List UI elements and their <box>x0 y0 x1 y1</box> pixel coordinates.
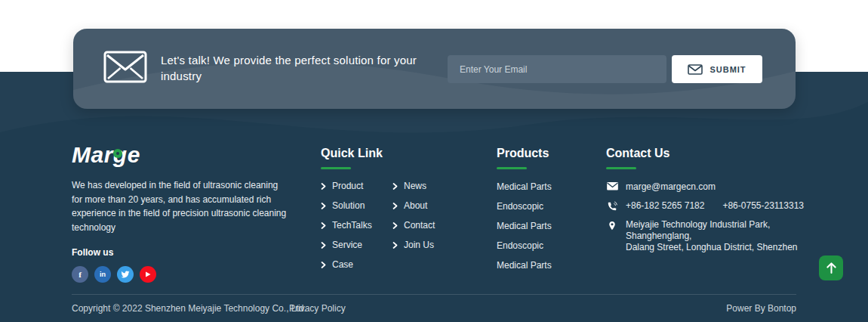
page: Let's talk! We provide the perfect solut… <box>0 0 868 322</box>
contact-title: Contact Us <box>606 147 804 160</box>
arrow-up-icon <box>826 262 837 274</box>
link-product[interactable]: Product <box>321 181 392 191</box>
chevron-right-icon <box>321 183 326 190</box>
contact-phone-row: +86-182 5265 7182 +86-0755-23113313 <box>606 200 804 212</box>
contact-phone-2[interactable]: +86-0755-23113313 <box>722 200 804 212</box>
submit-label: SUBMIT <box>709 65 746 74</box>
follow-us-label: Follow us <box>72 247 298 258</box>
brand-logo: Marge <box>72 142 140 168</box>
link-case[interactable]: Case <box>321 260 392 270</box>
twitter-icon[interactable] <box>117 266 134 283</box>
newsletter-banner: Let's talk! We provide the perfect solut… <box>73 29 796 109</box>
logo-green-dot <box>113 149 122 158</box>
submit-envelope-icon <box>688 64 703 75</box>
quick-link-underline <box>321 167 351 169</box>
email-input[interactable] <box>448 55 666 83</box>
envelope-icon <box>103 51 147 83</box>
chevron-right-icon <box>392 203 398 209</box>
contact-underline <box>606 167 636 169</box>
quick-link-title: Quick Link <box>321 147 487 160</box>
link-news[interactable]: News <box>392 181 487 191</box>
power-by-text[interactable]: Power By Bontop <box>726 303 796 314</box>
link-join-us[interactable]: Join Us <box>392 240 487 250</box>
link-about[interactable]: About <box>392 201 487 211</box>
contact-address-row: Meiyajie Technology Industrial Park, Sha… <box>606 219 804 253</box>
chevron-right-icon <box>392 242 398 249</box>
product-item[interactable]: Endoscopic <box>497 202 602 212</box>
products-list: Medical Parts Endoscopic Medical Parts E… <box>497 182 602 271</box>
footer-divider <box>72 294 796 295</box>
newsletter-heading: Let's talk! We provide the perfect solut… <box>161 52 432 84</box>
linkedin-icon[interactable]: in <box>94 266 111 283</box>
contact-address: Meiyajie Technology Industrial Park, Sha… <box>626 219 804 253</box>
chevron-right-icon <box>321 222 326 229</box>
youtube-icon[interactable] <box>140 266 156 283</box>
chevron-right-icon <box>321 203 326 209</box>
link-techtalks[interactable]: TechTalks <box>321 221 392 231</box>
chevron-right-icon <box>321 262 326 268</box>
products-column: Products Medical Parts Endoscopic Medica… <box>497 147 602 271</box>
product-item[interactable]: Medical Parts <box>497 261 602 271</box>
twitter-bird-icon <box>121 270 130 279</box>
contact-email[interactable]: marge@margecn.com <box>626 181 716 193</box>
quick-link-grid: Product News Solution About TechTalks Co… <box>321 181 487 270</box>
product-item[interactable]: Medical Parts <box>497 221 602 231</box>
mail-icon <box>606 181 618 193</box>
location-pin-icon <box>606 219 618 253</box>
social-icons-row: f in <box>72 266 298 283</box>
contact-email-row: marge@margecn.com <box>606 181 804 193</box>
scroll-to-top-button[interactable] <box>819 255 843 280</box>
privacy-policy-link[interactable]: Privacy Policy <box>289 303 346 314</box>
chevron-right-icon <box>392 222 398 229</box>
link-service[interactable]: Service <box>321 240 392 250</box>
product-item[interactable]: Medical Parts <box>497 182 602 192</box>
contact-phone-1[interactable]: +86-182 5265 7182 <box>626 200 704 212</box>
youtube-play-icon <box>144 271 152 278</box>
phone-icon <box>606 200 618 212</box>
chevron-right-icon <box>321 242 326 249</box>
link-solution[interactable]: Solution <box>321 201 392 211</box>
products-underline <box>497 167 527 169</box>
link-contact[interactable]: Contact <box>392 221 487 231</box>
company-description: We has developed in the field of ultraso… <box>72 178 288 234</box>
product-item[interactable]: Endoscopic <box>497 241 602 251</box>
contact-list: marge@margecn.com +86-182 5265 7182 +86-… <box>606 181 804 253</box>
products-title: Products <box>497 147 602 160</box>
submit-button[interactable]: SUBMIT <box>672 55 762 83</box>
footer-about-column: Marge We has developed in the field of u… <box>72 142 298 283</box>
contact-column: Contact Us marge@margecn.com +86-182 526… <box>606 147 804 253</box>
facebook-icon[interactable]: f <box>72 266 88 283</box>
quick-link-column: Quick Link Product News Solution About T… <box>321 147 487 270</box>
chevron-right-icon <box>392 183 398 190</box>
copyright-text: Copyright © 2022 Shenzhen Meiyajie Techn… <box>72 303 306 314</box>
